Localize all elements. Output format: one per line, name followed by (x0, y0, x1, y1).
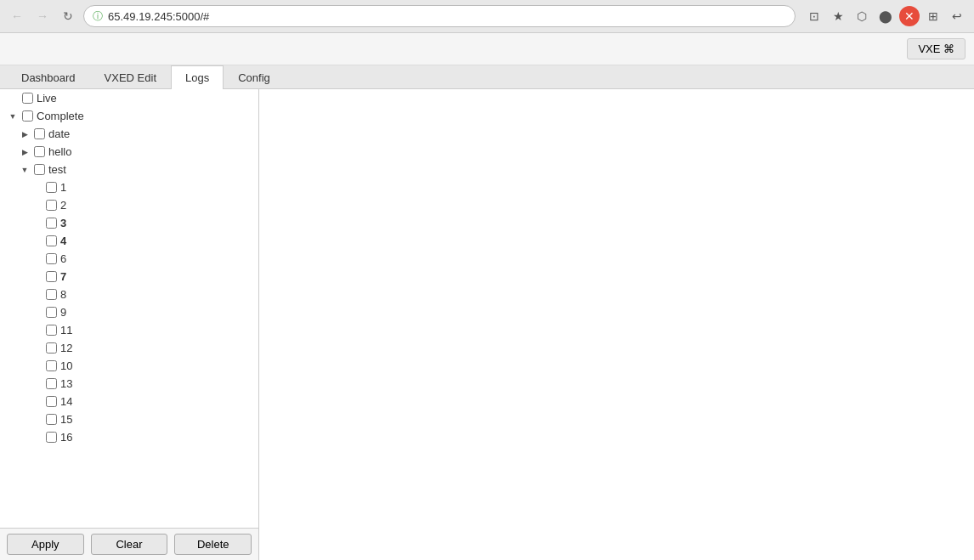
tree-item-t15[interactable]: 15 (0, 410, 258, 428)
t7-label: 7 (60, 270, 66, 283)
tree-item-t12[interactable]: 12 (0, 339, 258, 357)
security-icon: ⓘ (93, 9, 103, 24)
t7-checkbox[interactable] (46, 271, 57, 282)
app-header: VXE ⌘ (0, 33, 974, 65)
url-text: 65.49.19.245:5000/# (108, 10, 209, 23)
tree-item-t1[interactable]: 1 (0, 178, 258, 196)
browser-menu-icon[interactable]: ⊞ (923, 6, 943, 26)
t1-checkbox[interactable] (46, 182, 57, 193)
bookmark-star-icon[interactable]: ★ (828, 6, 848, 26)
tree-item-complete[interactable]: Complete (0, 107, 258, 125)
tree-item-t16[interactable]: 16 (0, 428, 258, 446)
t9-checkbox[interactable] (46, 307, 57, 318)
tree-item-t6[interactable]: 6 (0, 250, 258, 268)
content-wrapper: Live Complete date h (0, 89, 974, 560)
sidebar-scroll: Live Complete date h (0, 89, 258, 528)
tree-item-t11[interactable]: 11 (0, 321, 258, 339)
tab-config[interactable]: Config (224, 65, 285, 89)
t14-label: 14 (60, 395, 72, 408)
cast-icon[interactable]: ⊡ (804, 6, 824, 26)
date-label: date (48, 127, 70, 140)
delete-button[interactable]: Delete (174, 534, 252, 555)
close-circle-icon[interactable]: ✕ (899, 6, 920, 26)
live-label: Live (37, 92, 57, 105)
t16-label: 16 (60, 431, 72, 444)
reload-button[interactable]: ↻ (58, 6, 78, 26)
t10-label: 10 (60, 359, 72, 372)
t11-label: 11 (60, 324, 72, 337)
tree-item-t8[interactable]: 8 (0, 286, 258, 303)
hello-checkbox[interactable] (34, 146, 45, 157)
tree-item-date[interactable]: date (0, 125, 258, 143)
t3-label: 3 (60, 217, 66, 229)
date-arrow[interactable] (19, 128, 31, 140)
t6-label: 6 (60, 252, 66, 265)
t8-label: 8 (60, 288, 66, 301)
tree-item-t3[interactable]: 3 (0, 214, 258, 232)
test-checkbox[interactable] (34, 164, 45, 175)
t11-checkbox[interactable] (46, 325, 57, 336)
tree-item-t14[interactable]: 14 (0, 393, 258, 410)
t2-checkbox[interactable] (46, 200, 57, 211)
tree-item-live[interactable]: Live (0, 89, 258, 107)
clear-button[interactable]: Clear (91, 534, 168, 555)
t16-checkbox[interactable] (46, 432, 57, 443)
t15-label: 15 (60, 413, 72, 426)
test-label: test (48, 163, 66, 176)
tree-item-t2[interactable]: 2 (0, 196, 258, 214)
address-bar[interactable]: ⓘ 65.49.19.245:5000/# (83, 5, 796, 27)
tab-vxed-edit[interactable]: VXED Edit (90, 65, 171, 89)
extension-icon[interactable]: ⬡ (852, 6, 872, 26)
history-back-icon[interactable]: ↩ (947, 6, 967, 26)
sidebar-wrapper: Live Complete date h (0, 89, 259, 560)
page-wrapper: ← → ↻ ⓘ 65.49.19.245:5000/# ⊡ ★ ⬡ ⬤ ✕ ⊞ … (0, 0, 974, 560)
sidebar-footer: Apply Clear Delete (0, 528, 258, 560)
t13-checkbox[interactable] (46, 378, 57, 389)
t14-checkbox[interactable] (46, 396, 57, 407)
tree-item-t13[interactable]: 13 (0, 375, 258, 393)
t12-label: 12 (60, 342, 72, 354)
browser-chrome: ← → ↻ ⓘ 65.49.19.245:5000/# ⊡ ★ ⬡ ⬤ ✕ ⊞ … (0, 0, 974, 33)
nav-tabs: Dashboard VXED Edit Logs Config (0, 65, 974, 89)
tree-item-hello[interactable]: hello (0, 143, 258, 161)
complete-checkbox[interactable] (22, 110, 33, 122)
tree-item-t9[interactable]: 9 (0, 303, 258, 321)
tab-logs[interactable]: Logs (171, 65, 224, 89)
t10-checkbox[interactable] (46, 360, 57, 371)
apply-button[interactable]: Apply (7, 534, 84, 555)
t2-label: 2 (60, 199, 66, 212)
t8-checkbox[interactable] (46, 289, 57, 300)
browser-toolbar: ← → ↻ ⓘ 65.49.19.245:5000/# ⊡ ★ ⬡ ⬤ ✕ ⊞ … (0, 0, 974, 32)
complete-arrow[interactable] (7, 110, 19, 122)
profile-icon[interactable]: ⬤ (875, 6, 896, 26)
back-button[interactable]: ← (7, 6, 27, 26)
forward-button[interactable]: → (32, 6, 53, 26)
hello-label: hello (48, 145, 71, 158)
tree-item-test[interactable]: test (0, 161, 258, 178)
t9-label: 9 (60, 306, 66, 319)
tree-item-t10[interactable]: 10 (0, 357, 258, 375)
t6-checkbox[interactable] (46, 253, 57, 264)
browser-toolbar-icons: ⊡ ★ ⬡ ⬤ ✕ ⊞ ↩ (804, 6, 967, 26)
content-area (259, 89, 974, 560)
test-arrow[interactable] (19, 164, 31, 176)
t13-label: 13 (60, 377, 72, 390)
tree-item-t4[interactable]: 4 (0, 232, 258, 250)
date-checkbox[interactable] (34, 128, 45, 139)
vxe-label: VXE ⌘ (918, 42, 954, 55)
tab-dashboard[interactable]: Dashboard (7, 65, 90, 89)
t3-checkbox[interactable] (46, 218, 57, 229)
hello-arrow[interactable] (19, 146, 31, 158)
t4-checkbox[interactable] (46, 235, 57, 246)
live-checkbox[interactable] (22, 93, 33, 104)
tree-item-t7[interactable]: 7 (0, 268, 258, 286)
t1-label: 1 (60, 181, 66, 194)
complete-label: Complete (37, 110, 84, 122)
t12-checkbox[interactable] (46, 342, 57, 354)
vxe-button[interactable]: VXE ⌘ (907, 38, 966, 59)
t4-label: 4 (60, 235, 66, 247)
t15-checkbox[interactable] (46, 414, 57, 425)
